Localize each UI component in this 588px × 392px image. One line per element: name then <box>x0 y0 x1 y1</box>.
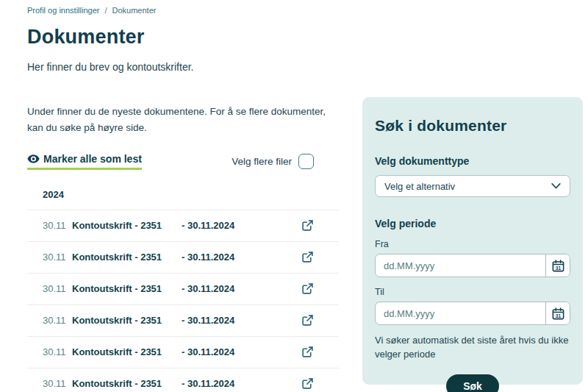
doc-type-selected-value: Velg et alternativ <box>384 181 551 192</box>
document-list-item[interactable]: 30.11 Kontoutskrift - 2351 - 30.11.2024 <box>27 210 339 241</box>
period-label: Velg periode <box>375 218 570 229</box>
document-date-full: - 30.11.2024 <box>182 378 234 389</box>
document-title: Kontoutskrift - 2351 <box>72 252 182 263</box>
from-date-field: 31 <box>375 254 570 277</box>
svg-text:31: 31 <box>555 313 561 318</box>
to-date-input[interactable] <box>376 302 545 324</box>
select-files-label: Velg flere filer <box>232 156 292 167</box>
page-subtitle: Her finner du brev og kontoutskrifter. <box>27 61 339 73</box>
document-date-full: - 30.11.2024 <box>182 346 234 357</box>
external-link-icon <box>301 251 314 263</box>
document-list-item[interactable]: 30.11 Kontoutskrift - 2351 - 30.11.2024 <box>27 304 339 336</box>
from-calendar-button[interactable]: 31 <box>545 254 570 277</box>
document-list-item[interactable]: 30.11 Kontoutskrift - 2351 - 30.11.2024 <box>27 336 339 368</box>
mark-all-read-link[interactable]: Marker alle som lest <box>27 153 142 170</box>
document-date-short: 30.11 <box>43 283 72 294</box>
from-label: Fra <box>375 239 570 249</box>
open-document-button[interactable] <box>301 219 314 232</box>
document-list: 30.11 Kontoutskrift - 2351 - 30.11.2024 … <box>27 210 339 392</box>
document-title: Kontoutskrift - 2351 <box>72 220 182 231</box>
svg-text:31: 31 <box>555 265 561 270</box>
document-date-short: 30.11 <box>43 346 72 357</box>
search-documents-panel: Søk i dokumenter Velg dokumenttype Velg … <box>362 97 583 385</box>
external-link-icon <box>301 219 314 232</box>
breadcrumb-separator: / <box>104 6 107 15</box>
doc-type-select[interactable]: Velg et alternativ <box>375 175 570 197</box>
select-multiple-files: Velg flere filer <box>232 154 314 169</box>
open-document-button[interactable] <box>301 251 314 263</box>
open-document-button[interactable] <box>301 346 314 358</box>
external-link-icon <box>301 346 314 358</box>
document-list-item[interactable]: 30.11 Kontoutskrift - 2351 - 30.11.2024 <box>27 368 339 392</box>
open-document-button[interactable] <box>301 282 314 295</box>
page-title: Dokumenter <box>27 26 339 49</box>
to-label: Til <box>375 287 570 297</box>
calendar-icon: 31 <box>551 259 565 273</box>
document-list-item[interactable]: 30.11 Kontoutskrift - 2351 - 30.11.2024 <box>27 241 339 273</box>
from-date-input[interactable] <box>376 254 545 277</box>
open-document-button[interactable] <box>301 314 314 327</box>
document-title: Kontoutskrift - 2351 <box>72 378 182 389</box>
select-files-checkbox[interactable] <box>298 154 314 169</box>
main-content: Profil og innstillinger / Dokumenter Dok… <box>27 0 339 392</box>
external-link-icon <box>301 377 314 390</box>
document-section: 2024 30.11 Kontoutskrift - 2351 - 30.11.… <box>27 189 339 392</box>
breadcrumb: Profil og innstillinger / Dokumenter <box>27 6 339 15</box>
external-link-icon <box>301 314 314 327</box>
eye-icon <box>27 154 40 163</box>
search-submit-button[interactable]: Søk <box>446 374 499 392</box>
document-title: Kontoutskrift - 2351 <box>72 315 182 326</box>
document-date-full: - 30.11.2024 <box>182 252 234 263</box>
to-calendar-button[interactable]: 31 <box>545 302 570 324</box>
breadcrumb-profile-link[interactable]: Profil og innstillinger <box>27 6 99 15</box>
auto-search-note: Vi søker automatisk det siste året hvis … <box>375 334 570 362</box>
documents-intro-text: Under finner du de nyeste dokumentene. F… <box>27 104 336 137</box>
search-panel-title: Søk i dokumenter <box>375 117 570 135</box>
document-date-full: - 30.11.2024 <box>182 315 234 326</box>
doc-type-label: Velg dokumenttype <box>375 155 570 167</box>
breadcrumb-current: Dokumenter <box>112 6 157 15</box>
document-date-full: - 30.11.2024 <box>182 283 234 294</box>
mark-all-read-label: Marker alle som lest <box>43 153 142 165</box>
document-date-short: 30.11 <box>43 315 72 326</box>
list-actions-row: Marker alle som lest Velg flere filer <box>27 153 314 170</box>
document-list-item[interactable]: 30.11 Kontoutskrift - 2351 - 30.11.2024 <box>27 273 339 304</box>
document-title: Kontoutskrift - 2351 <box>72 346 182 357</box>
document-date-short: 30.11 <box>43 252 72 263</box>
open-document-button[interactable] <box>301 377 314 390</box>
to-date-field: 31 <box>375 302 570 325</box>
document-title: Kontoutskrift - 2351 <box>72 283 182 294</box>
calendar-icon: 31 <box>551 307 565 321</box>
document-date-short: 30.11 <box>43 220 72 231</box>
chevron-down-icon <box>551 183 561 189</box>
document-year-heading: 2024 <box>27 189 339 200</box>
document-date-short: 30.11 <box>43 378 72 389</box>
external-link-icon <box>301 282 314 295</box>
document-date-full: - 30.11.2024 <box>182 220 234 231</box>
submit-row: Søk <box>375 374 570 392</box>
